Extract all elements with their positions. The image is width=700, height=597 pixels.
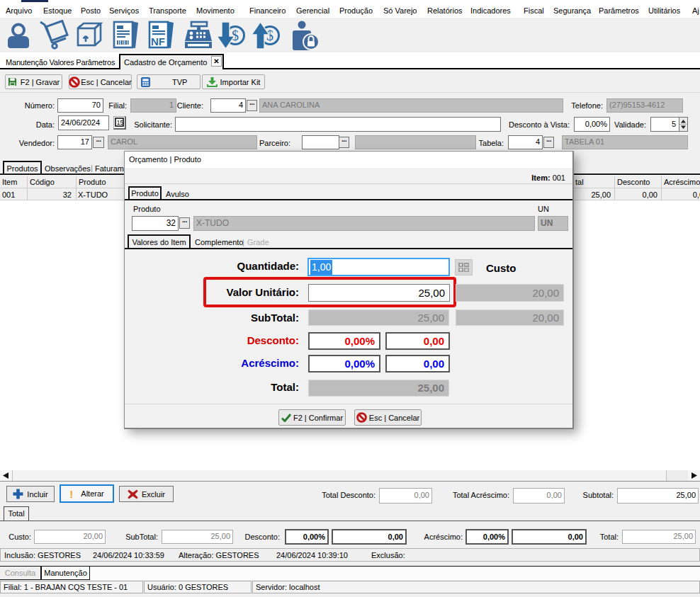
svg-text:NF: NF [151, 35, 165, 47]
svg-text:$: $ [266, 28, 273, 43]
svg-text:$: $ [232, 28, 239, 43]
